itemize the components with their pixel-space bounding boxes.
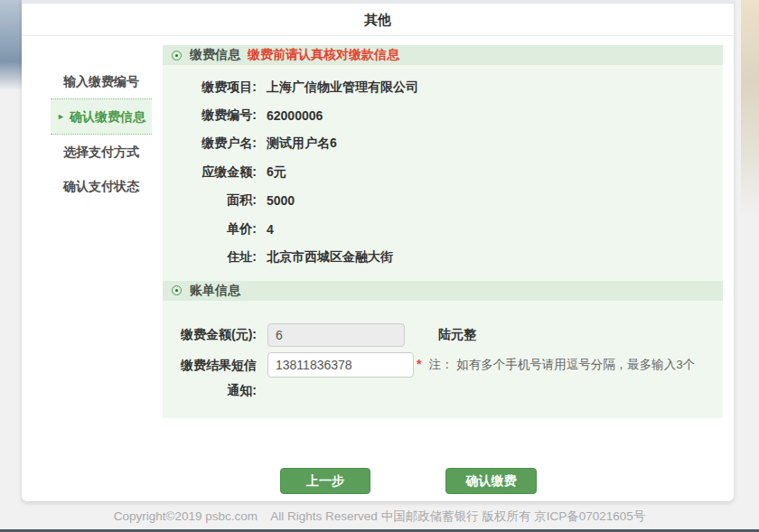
info-row-address: 住址: 北京市西城区金融大街 [163,243,723,271]
sms-note-text: 注： 如有多个手机号请用逗号分隔，最多输入3个 [428,352,695,378]
field-value: 测试用户名6 [267,135,337,152]
step-confirm-payment-status[interactable]: 确认支付状态 [51,169,152,203]
field-label: 面积: [163,192,257,209]
arrow-right-icon: ► [57,112,65,121]
field-value: 5000 [267,193,295,208]
info-row-area: 面积: 5000 [163,187,723,215]
background-photo-right [741,0,759,217]
step-label: 确认缴费信息 [70,109,145,124]
required-asterisk: * [417,352,421,376]
sms-phone-input[interactable] [267,352,414,378]
step-confirm-payment-info[interactable]: ►确认缴费信息 [51,98,152,135]
info-row-unit-price: 单价: 4 [163,215,723,243]
verify-warning-text: 缴费前请认真核对缴款信息 [248,47,399,63]
content-panel: 其他 输入缴费编号 ►确认缴费信息 选择支付方式 确认支付状态 缴费信息 缴费前… [22,0,734,501]
bill-info-header: 账单信息 [163,281,723,301]
confirm-payment-button[interactable]: 确认缴费 [445,468,537,494]
amount-in-words: 陆元整 [438,327,476,343]
sms-row: 缴费结果短信 通知: * 注： 如有多个手机号请用逗号分隔，最多输入3个 [163,352,723,403]
field-label: 缴费编号: [163,107,257,124]
payment-info-title: 缴费信息 [190,47,240,63]
payment-info-body: 缴费项目: 上海广信物业管理有限公司 缴费编号: 62000006 缴费户名: … [163,65,723,281]
field-value: 62000006 [267,108,323,123]
main-content: 缴费信息 缴费前请认真核对缴款信息 缴费项目: 上海广信物业管理有限公司 缴费编… [163,45,723,418]
field-label: 应缴金额: [163,164,257,181]
sms-label-line2: 通知: [163,378,257,403]
page-title: 其他 [364,12,391,27]
bullseye-icon [172,285,182,295]
step-choose-payment-method[interactable]: 选择支付方式 [51,135,152,169]
sms-label: 缴费结果短信 通知: [163,352,257,403]
info-row-account-name: 缴费户名: 测试用户名6 [163,130,723,158]
amount-row: 缴费金额(元): 陆元整 [163,323,723,347]
field-value: 4 [267,222,274,237]
step-enter-payment-number[interactable]: 输入缴费编号 [51,64,152,98]
page: 其他 输入缴费编号 ►确认缴费信息 选择支付方式 确认支付状态 缴费信息 缴费前… [0,0,759,532]
payment-amount-input[interactable] [267,323,405,347]
amount-label: 缴费金额(元): [163,327,257,343]
sms-label-line1: 缴费结果短信 [163,352,257,378]
footer-copyright: Copyright©2019 psbc.com All Rights Reser… [0,509,759,525]
info-row-amount-due: 应缴金额: 6元 [163,158,723,186]
field-label: 缴费项目: [163,79,257,96]
bill-info-title: 账单信息 [190,283,240,299]
page-header: 其他 [22,4,734,36]
field-value: 北京市西城区金融大街 [267,249,393,266]
info-row-payment-number: 缴费编号: 62000006 [163,101,723,129]
field-label: 住址: [163,249,257,266]
field-label: 缴费户名: [163,135,257,152]
field-value: 上海广信物业管理有限公司 [267,79,418,96]
bullseye-icon [172,51,182,61]
field-value: 6元 [267,164,286,181]
bill-info-body: 缴费金额(元): 陆元整 缴费结果短信 通知: * 注： 如有多个手机号请用逗号… [163,301,723,418]
background-photo-left [0,0,22,90]
previous-step-button[interactable]: 上一步 [280,468,370,494]
field-label: 单价: [163,221,257,238]
info-row-project: 缴费项目: 上海广信物业管理有限公司 [163,73,723,101]
steps-sidebar: 输入缴费编号 ►确认缴费信息 选择支付方式 确认支付状态 [51,64,152,203]
payment-info-header: 缴费信息 缴费前请认真核对缴款信息 [163,45,723,65]
